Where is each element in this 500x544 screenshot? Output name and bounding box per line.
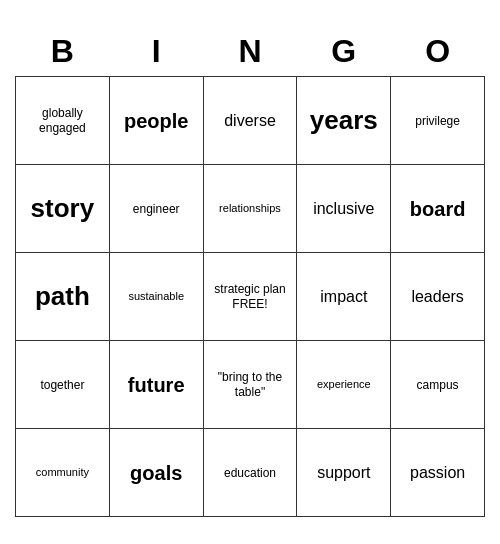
bingo-cell: campus	[391, 341, 485, 429]
bingo-cell: together	[16, 341, 110, 429]
bingo-row: togetherfuture"bring to the table"experi…	[16, 341, 485, 429]
cell-label: story	[20, 193, 105, 224]
bingo-cell: strategic plan FREE!	[203, 253, 297, 341]
cell-label: inclusive	[301, 199, 386, 218]
cell-label: support	[301, 463, 386, 482]
cell-label: future	[114, 373, 199, 397]
bingo-cell: privilege	[391, 77, 485, 165]
cell-label: people	[114, 109, 199, 133]
bingo-cell: experience	[297, 341, 391, 429]
bingo-cell: goals	[109, 429, 203, 517]
bingo-cell: passion	[391, 429, 485, 517]
bingo-cell: "bring to the table"	[203, 341, 297, 429]
bingo-letter: G	[297, 27, 391, 77]
bingo-row: communitygoalseducationsupportpassion	[16, 429, 485, 517]
bingo-letter: O	[391, 27, 485, 77]
cell-label: education	[208, 466, 293, 480]
bingo-cell: path	[16, 253, 110, 341]
bingo-header: BINGO	[16, 27, 485, 77]
cell-label: community	[20, 466, 105, 479]
cell-label: experience	[301, 378, 386, 391]
cell-label: globally engaged	[20, 106, 105, 135]
bingo-cell: community	[16, 429, 110, 517]
cell-label: diverse	[208, 111, 293, 130]
cell-label: years	[301, 105, 386, 136]
bingo-cell: people	[109, 77, 203, 165]
bingo-cell: inclusive	[297, 165, 391, 253]
cell-label: path	[20, 281, 105, 312]
cell-label: relationships	[208, 202, 293, 215]
bingo-cell: globally engaged	[16, 77, 110, 165]
bingo-card: BINGO globally engagedpeoplediverseyears…	[15, 27, 485, 518]
cell-label: passion	[395, 463, 480, 482]
bingo-cell: board	[391, 165, 485, 253]
cell-label: leaders	[395, 287, 480, 306]
cell-label: together	[20, 378, 105, 392]
bingo-letter: B	[16, 27, 110, 77]
cell-label: "bring to the table"	[208, 370, 293, 399]
bingo-cell: future	[109, 341, 203, 429]
cell-label: engineer	[114, 202, 199, 216]
bingo-cell: education	[203, 429, 297, 517]
cell-label: campus	[395, 378, 480, 392]
bingo-cell: years	[297, 77, 391, 165]
cell-label: sustainable	[114, 290, 199, 303]
bingo-cell: diverse	[203, 77, 297, 165]
bingo-cell: engineer	[109, 165, 203, 253]
bingo-row: globally engagedpeoplediverseyearsprivil…	[16, 77, 485, 165]
bingo-letter: I	[109, 27, 203, 77]
cell-label: privilege	[395, 114, 480, 128]
bingo-row: pathsustainablestrategic plan FREE!impac…	[16, 253, 485, 341]
bingo-cell: support	[297, 429, 391, 517]
cell-label: board	[395, 197, 480, 221]
cell-label: impact	[301, 287, 386, 306]
bingo-row: storyengineerrelationshipsinclusiveboard	[16, 165, 485, 253]
cell-label: goals	[114, 461, 199, 485]
cell-label: strategic plan FREE!	[208, 282, 293, 311]
bingo-cell: story	[16, 165, 110, 253]
bingo-cell: sustainable	[109, 253, 203, 341]
bingo-cell: relationships	[203, 165, 297, 253]
bingo-cell: impact	[297, 253, 391, 341]
bingo-letter: N	[203, 27, 297, 77]
bingo-cell: leaders	[391, 253, 485, 341]
